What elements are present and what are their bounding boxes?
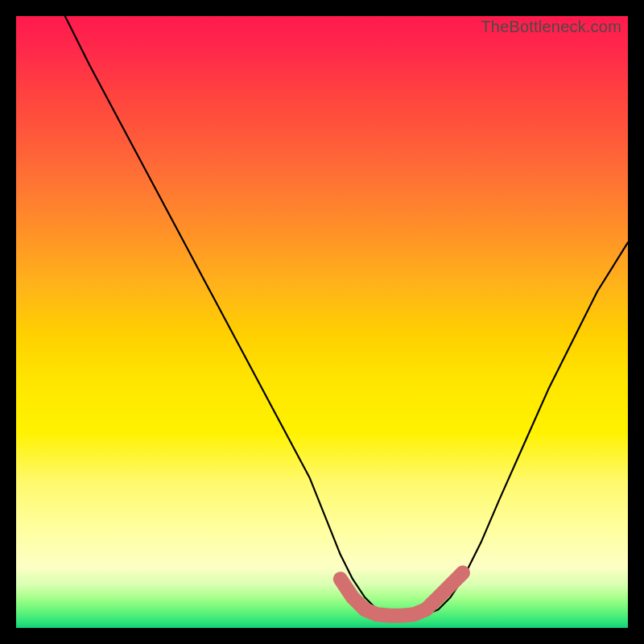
chart-plot-area: TheBottleneck.com bbox=[16, 16, 628, 628]
bottleneck-curve-path bbox=[65, 16, 628, 616]
chart-svg bbox=[16, 16, 628, 628]
chart-frame: TheBottleneck.com bbox=[0, 0, 644, 644]
highlight-band-path bbox=[341, 573, 463, 616]
highlight-end-dot bbox=[456, 566, 470, 580]
